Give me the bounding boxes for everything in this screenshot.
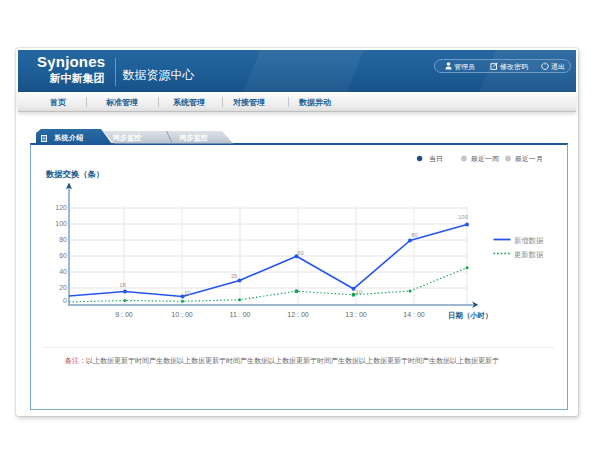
svg-text:18: 18 [119, 282, 126, 288]
svg-text:100: 100 [458, 214, 469, 220]
svg-text:10: 10 [184, 290, 191, 296]
svg-text:更新数据: 更新数据 [514, 250, 544, 259]
svg-text:10: 10 [356, 289, 363, 295]
svg-text:数据交换（条）: 数据交换（条） [45, 169, 104, 179]
svg-text:9 : 00: 9 : 00 [115, 311, 133, 318]
svg-text:60: 60 [59, 252, 67, 259]
svg-text:35: 35 [231, 273, 238, 279]
svg-text:80: 80 [411, 232, 418, 238]
svg-text:0: 0 [63, 297, 67, 304]
svg-text:60: 60 [297, 250, 304, 256]
svg-text:最近一周: 最近一周 [471, 155, 499, 162]
svg-text:14 : 00: 14 : 00 [403, 311, 425, 318]
svg-text:日期（小时）: 日期（小时） [448, 311, 492, 320]
svg-text:20: 20 [59, 284, 67, 291]
svg-text:10 : 00: 10 : 00 [171, 311, 193, 318]
svg-text:100: 100 [55, 220, 67, 227]
svg-text:当日: 当日 [429, 155, 443, 163]
svg-text:120: 120 [55, 204, 67, 211]
svg-text:80: 80 [59, 236, 67, 243]
svg-text:40: 40 [59, 268, 67, 275]
svg-text:12 : 00: 12 : 00 [287, 311, 309, 318]
svg-text:新增数据: 新增数据 [514, 236, 544, 245]
svg-text:11 : 00: 11 : 00 [230, 311, 251, 318]
svg-text:最近一月: 最近一月 [515, 155, 543, 163]
svg-text:13 : 00: 13 : 00 [345, 311, 367, 318]
